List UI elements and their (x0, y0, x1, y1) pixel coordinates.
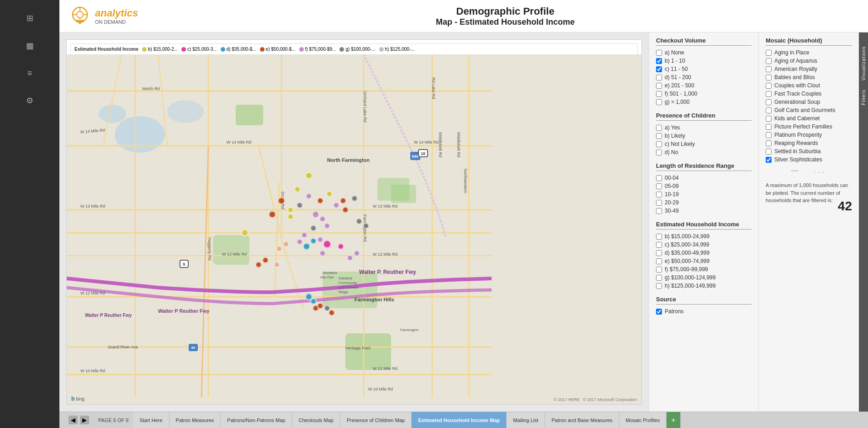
mosaic-settled-in-suburbia[interactable]: Settled in Suburbia (766, 148, 852, 155)
map-dot[interactable] (363, 223, 369, 229)
map-dot[interactable] (287, 214, 294, 220)
map-dot[interactable] (333, 202, 339, 209)
checkbox-generational-soup[interactable] (766, 99, 772, 105)
checkbox-residence-05-09[interactable] (656, 183, 662, 189)
map-dot[interactable] (317, 198, 323, 204)
filter-residence-20-29[interactable]: 20-29 (656, 199, 752, 206)
filter-residence-00-04[interactable]: 00-04 (656, 175, 752, 181)
filter-income-f[interactable]: f) $75,000-99,999 (656, 266, 752, 273)
filter-residence-10-19[interactable]: 10-19 (656, 191, 752, 198)
filter-income-g[interactable]: g) $100,000-124,999 (656, 274, 752, 281)
filter-children-not-likely[interactable]: c) Not Likely (656, 141, 752, 147)
mosaic-babies-and-bliss[interactable]: Babies and Bliss (766, 74, 852, 80)
map-dot[interactable] (310, 225, 317, 231)
tab-estimated-household-income-map[interactable]: Estimated Household Income Map (412, 412, 507, 428)
checkbox-checkout-1-10[interactable] (656, 58, 662, 64)
filter-income-c[interactable]: c) $25,000-34,999 (656, 241, 752, 248)
filter-checkout-51-200[interactable]: d) 51 - 200 (656, 74, 752, 80)
filters-tab[interactable]: Filters (859, 87, 868, 107)
mosaic-silver-sophisticates[interactable]: Silver Sophisticates (766, 156, 852, 163)
filter-children-likely[interactable]: b) Likely (656, 133, 752, 139)
checkbox-income-h[interactable] (656, 283, 662, 289)
mosaic-american-royalty[interactable]: American Royalty (766, 66, 852, 72)
checkbox-residence-20-29[interactable] (656, 200, 662, 206)
checkbox-children-not-likely[interactable] (656, 141, 662, 147)
tab-patron-base-measures[interactable]: Patron and Base Measures (545, 412, 619, 428)
map-dot[interactable] (278, 197, 285, 204)
checkbox-checkout-11-50[interactable] (656, 66, 662, 72)
map-dot[interactable] (303, 243, 310, 250)
filter-checkout-11-50[interactable]: c) 11 - 50 (656, 66, 752, 72)
checkbox-aging-of-aquarius[interactable] (766, 58, 772, 64)
mosaic-golf-carts-gourmets[interactable]: Golf Carts and Gourmets (766, 107, 852, 113)
checkbox-picture-perfect-families[interactable] (766, 124, 772, 130)
map-dot[interactable] (342, 207, 349, 213)
checkbox-checkout-501-1000[interactable] (656, 91, 662, 97)
visualizations-tab[interactable]: Visualizations (859, 44, 868, 83)
checkbox-fast-track-couples[interactable] (766, 91, 772, 97)
filter-residence-05-09[interactable]: 05-09 (656, 183, 752, 189)
checkbox-platinum-prosperity[interactable] (766, 132, 772, 138)
tab-patrons-non-patrons-map[interactable]: Patrons/Non-Patrons Map (221, 412, 292, 428)
filter-source-patrons[interactable]: Patrons (656, 308, 752, 315)
filter-income-d[interactable]: d) $35,000-49,999 (656, 250, 752, 256)
filter-residence-30-49[interactable]: 30-49 (656, 208, 752, 214)
filter-income-b[interactable]: b) $15,000-24,999 (656, 233, 752, 240)
mosaic-aging-of-aquarius[interactable]: Aging of Aquarius (766, 58, 852, 64)
map-area[interactable]: 696 96 5 10 Welch Rd W 14 Mile Rd (67, 54, 641, 404)
checkbox-income-d[interactable] (656, 250, 662, 256)
map-dot[interactable] (276, 246, 282, 252)
map-dot[interactable] (296, 239, 303, 245)
mosaic-picture-perfect-families[interactable]: Picture Perfect Families (766, 123, 852, 130)
mosaic-platinum-prosperity[interactable]: Platinum Prosperity (766, 132, 852, 138)
mosaic-reaping-rewards[interactable]: Reaping Rewards (766, 140, 852, 146)
tab-presence-of-children-map[interactable]: Presence of Children Map (340, 412, 412, 428)
map-dot[interactable] (328, 310, 335, 316)
settings-icon[interactable]: ⚙ (21, 91, 39, 110)
prev-page-button[interactable]: ◀ (69, 416, 78, 424)
map-dot[interactable] (255, 262, 262, 268)
checkbox-children-likely[interactable] (656, 133, 662, 139)
map-dot[interactable] (317, 303, 323, 309)
checkbox-settled-in-suburbia[interactable] (766, 149, 772, 155)
map-dot[interactable] (319, 250, 326, 257)
grid-icon[interactable]: ▦ (21, 37, 39, 55)
map-dot[interactable] (312, 211, 319, 218)
checkbox-silver-sophisticates[interactable] (766, 157, 772, 163)
map-dot[interactable] (354, 250, 360, 257)
checkbox-children-no[interactable] (656, 150, 662, 155)
map-dot[interactable] (287, 207, 294, 213)
checkbox-reaping-rewards[interactable] (766, 140, 772, 146)
map-dot[interactable] (326, 191, 333, 197)
tab-mosaic-profiles[interactable]: Mosaic Profiles (619, 412, 667, 428)
map-dot[interactable] (283, 241, 289, 247)
filter-checkout-201-500[interactable]: e) 201 - 500 (656, 82, 752, 89)
checkbox-aging-in-place[interactable] (766, 50, 772, 56)
checkbox-american-royalty[interactable] (766, 66, 772, 72)
checkbox-checkout-201-500[interactable] (656, 83, 662, 89)
mosaic-fast-track-couples[interactable]: Fast Track Couples (766, 91, 852, 97)
mosaic-aging-in-place[interactable]: Aging in Place (766, 49, 852, 56)
checkbox-income-e[interactable] (656, 258, 662, 264)
filter-checkout-501-1000[interactable]: f) 501 - 1,000 (656, 91, 752, 97)
map-dot[interactable] (310, 298, 317, 305)
map-dot[interactable] (317, 236, 323, 243)
checkbox-income-b[interactable] (656, 234, 662, 240)
map-dot[interactable] (347, 255, 353, 261)
tab-patron-measures[interactable]: Patron Measures (169, 412, 221, 428)
filter-income-e[interactable]: e) $50,000-74,999 (656, 258, 752, 264)
map-dot[interactable] (324, 223, 330, 229)
map-dot[interactable] (340, 198, 346, 204)
map-dot[interactable] (241, 229, 249, 236)
tab-mailing-list[interactable]: Mailing List (507, 412, 545, 428)
map-dot[interactable] (296, 202, 303, 209)
tab-checkouts-map[interactable]: Checkouts Map (292, 412, 340, 428)
filter-checkout-none[interactable]: a) None (656, 49, 752, 56)
tab-start-here[interactable]: Start Here (133, 412, 169, 428)
checkbox-babies-and-bliss[interactable] (766, 75, 772, 80)
map-dot[interactable] (301, 232, 307, 238)
map-dot[interactable] (262, 257, 269, 263)
checkbox-residence-10-19[interactable] (656, 192, 662, 198)
map-dot[interactable] (274, 262, 280, 268)
menu-icon[interactable]: ≡ (21, 64, 39, 82)
